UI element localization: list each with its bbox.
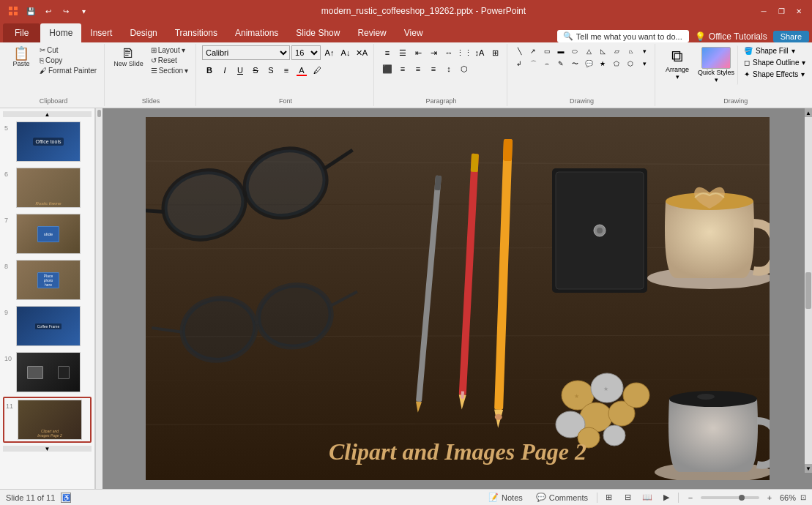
shape-pentagon-btn[interactable]: ⬠	[610, 58, 623, 70]
format-painter-btn[interactable]: 🖌 Format Painter	[37, 66, 100, 75]
shape-curve-btn[interactable]: ⌒	[526, 58, 540, 70]
close-btn[interactable]: ✕	[791, 5, 806, 17]
justify-btn[interactable]: ≡	[426, 61, 441, 76]
zoom-thumb[interactable]	[739, 495, 745, 501]
bold-btn[interactable]: B	[202, 63, 217, 78]
slide-sorter-btn[interactable]: ⊟	[621, 490, 636, 505]
shape-rt-triangle-btn[interactable]: ◺	[596, 45, 609, 57]
shape-trapezoid-btn[interactable]: ⏢	[624, 45, 637, 57]
tab-design[interactable]: Design	[121, 23, 165, 42]
shape-freeform-btn[interactable]: ✎	[554, 58, 567, 70]
zoom-out-btn[interactable]: −	[683, 490, 698, 505]
slide-thumb-6[interactable]: 6 Rustic theme	[3, 166, 92, 209]
shadow-btn[interactable]: S	[264, 63, 278, 78]
help-search[interactable]: 🔍 Tell me what you want to do...	[557, 30, 689, 42]
slide-thumb-10[interactable]: 10	[3, 351, 92, 394]
clear-format-btn[interactable]: ✕A	[354, 45, 369, 60]
slide-thumb-8[interactable]: 8 Placephotohere	[3, 258, 92, 302]
quick-styles-btn[interactable]: Quick Styles▾	[695, 45, 738, 85]
numbering-btn[interactable]: ☰	[395, 45, 410, 60]
columns-btn[interactable]: ⋮⋮	[457, 45, 472, 60]
shape-fill-btn[interactable]: 🪣 Shape Fill▾	[740, 45, 810, 56]
tab-animations[interactable]: Animations	[226, 23, 287, 42]
tab-review[interactable]: Review	[349, 23, 395, 42]
shape-rect-btn[interactable]: ▭	[540, 45, 554, 57]
reset-btn[interactable]: ↺ Reset	[148, 56, 191, 65]
bullets-btn[interactable]: ≡	[380, 45, 395, 60]
tab-slideshow[interactable]: Slide Show	[287, 23, 349, 42]
font-size-select[interactable]: 16	[291, 45, 321, 60]
shape-scribble-btn[interactable]: 〜	[568, 58, 581, 70]
zoom-slider[interactable]	[701, 496, 759, 499]
shape-outline-btn[interactable]: ◻ Shape Outline▾	[740, 57, 810, 68]
slide-canvas[interactable]: ★ ★ Clipart and Images Page 2	[146, 117, 770, 480]
line-spacing-btn[interactable]: ↕	[442, 61, 456, 76]
tab-view[interactable]: View	[395, 23, 432, 42]
smart-art-btn[interactable]: ⊞	[488, 45, 502, 60]
align-right-btn[interactable]: ≡	[411, 61, 425, 76]
highlight-btn[interactable]: 🖊	[310, 63, 324, 78]
align-left-btn[interactable]: ⬛	[380, 61, 395, 76]
shape-oval-btn[interactable]: ⬭	[568, 45, 581, 57]
vscroll-down[interactable]: ▼	[805, 464, 812, 473]
shape-more-btn[interactable]: ▾	[638, 45, 651, 57]
slide-thumb-5[interactable]: 5 Office tools	[3, 120, 92, 163]
redo-qat-btn[interactable]: ↪	[59, 4, 73, 18]
decrease-indent-btn[interactable]: ⇤	[411, 45, 425, 60]
normal-view-btn[interactable]: ⊞	[602, 490, 617, 505]
vscroll-thumb[interactable]	[805, 272, 811, 309]
notes-btn[interactable]: 📝 Notes	[484, 491, 527, 504]
customize-qat-btn[interactable]: ▾	[76, 4, 91, 18]
save-qat-btn[interactable]: 💾	[23, 4, 38, 18]
shape-callout-btn[interactable]: 💬	[582, 58, 595, 70]
slide-thumb-7[interactable]: 7 slide	[3, 212, 92, 255]
slideshow-view-btn[interactable]: ▶	[659, 490, 674, 505]
slide-thumb-11[interactable]: 11 Clipart andImages Page 2	[3, 397, 92, 443]
font-name-select[interactable]: Calibri	[202, 45, 290, 60]
slides-scroll-up[interactable]: ▲	[3, 111, 92, 117]
zoom-in-btn[interactable]: +	[762, 490, 777, 505]
canvas-vscroll[interactable]: ▲ ▼	[805, 108, 812, 473]
align-center-btn[interactable]: ≡	[395, 61, 410, 76]
copy-btn[interactable]: ⎘ Copy	[37, 56, 100, 65]
font-increase-btn[interactable]: A↑	[322, 45, 337, 60]
fit-slide-btn[interactable]: ⊡	[800, 493, 806, 501]
section-btn[interactable]: ☰ Section▾	[148, 66, 191, 75]
shape-line-btn[interactable]: ╲	[513, 45, 526, 57]
font-color-btn[interactable]: A	[294, 63, 309, 78]
text-direction-btn[interactable]: ↕A	[472, 45, 487, 60]
slides-scroll-down[interactable]: ▼	[3, 446, 92, 452]
shape-rect2-btn[interactable]: ▬	[554, 45, 567, 57]
shape-bend-btn[interactable]: ↲	[513, 58, 526, 70]
office-tutorials-btn[interactable]: 💡 Office Tutorials	[695, 31, 767, 42]
minimize-btn[interactable]: ─	[756, 5, 771, 17]
undo-qat-btn[interactable]: ↩	[41, 4, 56, 18]
arrange-btn[interactable]: ⧉ Arrange▾	[661, 45, 693, 82]
comments-btn[interactable]: 💬 Comments	[532, 491, 592, 504]
share-btn[interactable]: Share	[773, 31, 809, 42]
restore-btn[interactable]: ❐	[774, 5, 789, 17]
underline-btn[interactable]: U	[233, 63, 247, 78]
convert-smartart-btn[interactable]: ⬡	[457, 61, 472, 76]
rtl-btn[interactable]: ↔	[442, 45, 456, 60]
shape-arrow-btn[interactable]: ↗	[526, 45, 540, 57]
tab-transitions[interactable]: Transitions	[166, 23, 226, 42]
tab-file[interactable]: File	[3, 23, 40, 42]
italic-btn[interactable]: I	[217, 63, 232, 78]
shape-effects-btn[interactable]: ✦ Shape Effects▾	[740, 69, 810, 80]
accessibility-btn[interactable]: ♿	[61, 493, 71, 503]
shape-star-btn[interactable]: ★	[596, 58, 609, 70]
new-slide-btn[interactable]: 🖹 New Slide	[111, 45, 146, 69]
strikethrough-btn[interactable]: S	[248, 63, 263, 78]
shape-parallelogram-btn[interactable]: ▱	[610, 45, 623, 57]
shape-triangle-btn[interactable]: △	[582, 45, 595, 57]
increase-indent-btn[interactable]: ⇥	[426, 45, 441, 60]
panel-scroll-thumb[interactable]	[97, 110, 101, 117]
shape-more2-btn[interactable]: ▾	[638, 58, 651, 70]
slide-thumb-9[interactable]: 9 Coffee Frame	[3, 304, 92, 348]
font-decrease-btn[interactable]: A↓	[338, 45, 353, 60]
layout-btn[interactable]: ⊞ Layout▾	[148, 45, 191, 55]
shape-arc-btn[interactable]: ⌢	[540, 58, 554, 70]
shape-hexagon-btn[interactable]: ⬡	[624, 58, 637, 70]
cut-btn[interactable]: ✂ Cut	[37, 45, 100, 55]
